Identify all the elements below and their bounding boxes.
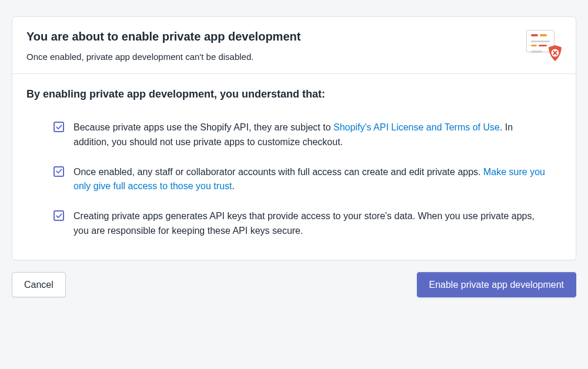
confirmation-card: You are about to enable private app deve… [12, 16, 576, 260]
api-license-link[interactable]: Shopify's API License and Terms of Use [333, 122, 500, 132]
list-item: Creating private apps generates API keys… [54, 209, 550, 239]
item-text-pre: Creating private apps generates API keys… [74, 211, 534, 236]
check-icon [56, 124, 62, 130]
item-text-1: Because private apps use the Shopify API… [74, 120, 550, 150]
cancel-button[interactable]: Cancel [12, 272, 66, 297]
document-warning-icon [526, 30, 562, 59]
item-text-pre: Once enabled, any staff or collaborator … [74, 167, 483, 177]
card-body: By enabling private app development, you… [12, 74, 576, 260]
check-icon [56, 213, 62, 219]
item-text-post: . [232, 181, 234, 191]
shield-error-icon [547, 45, 563, 62]
checkbox-1[interactable] [54, 122, 64, 132]
list-item: Because private apps use the Shopify API… [54, 120, 550, 150]
card-title: You are about to enable private app deve… [26, 30, 514, 43]
header-text-block: You are about to enable private app deve… [26, 30, 514, 62]
checkbox-3[interactable] [54, 210, 64, 221]
check-icon [56, 168, 62, 175]
list-item: Once enabled, any staff or collaborator … [54, 165, 550, 194]
card-subtitle: Once enabled, private app development ca… [26, 52, 514, 62]
action-bar: Cancel Enable private app development [12, 272, 576, 297]
item-text-pre: Because private apps use the Shopify API… [74, 122, 333, 132]
acknowledgment-list: Because private apps use the Shopify API… [26, 120, 562, 239]
body-heading: By enabling private app development, you… [26, 88, 562, 100]
enable-button[interactable]: Enable private app development [417, 272, 577, 297]
item-text-3: Creating private apps generates API keys… [74, 209, 550, 239]
card-header: You are about to enable private app deve… [12, 17, 576, 74]
item-text-2: Once enabled, any staff or collaborator … [74, 165, 550, 194]
checkbox-2[interactable] [54, 166, 64, 177]
